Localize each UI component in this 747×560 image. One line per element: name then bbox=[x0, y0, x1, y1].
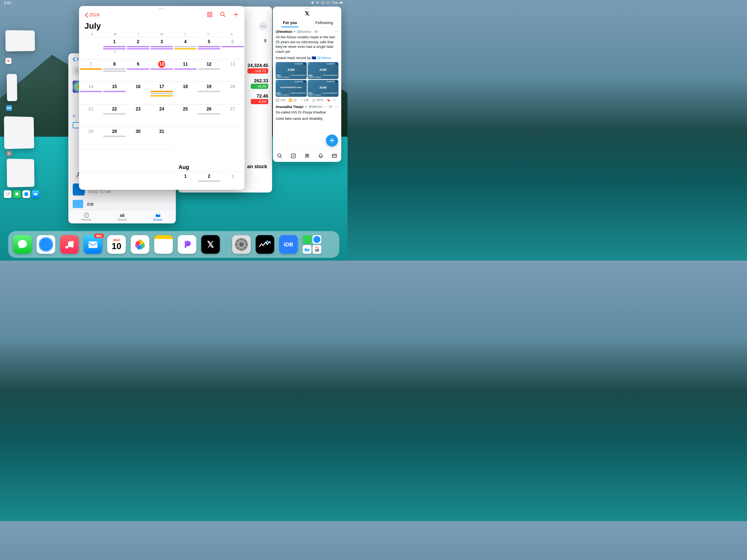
reply-count[interactable]: 💬 228 bbox=[276, 98, 285, 102]
post-author[interactable]: Anuradha Tiwari bbox=[276, 105, 304, 109]
dock-mail[interactable]: 481 bbox=[84, 235, 102, 254]
news-app-icon[interactable]: N bbox=[5, 58, 11, 64]
cal-cell[interactable] bbox=[221, 127, 244, 149]
cal-cell[interactable] bbox=[197, 127, 221, 149]
cal-cell[interactable]: 21 bbox=[79, 104, 103, 127]
compose-button[interactable] bbox=[326, 134, 338, 147]
nav-notifications[interactable] bbox=[314, 150, 328, 162]
add-event-button[interactable] bbox=[233, 11, 239, 19]
cal-cell[interactable]: 1+2 bbox=[103, 37, 126, 59]
bookmark-icon[interactable]: 🔖 bbox=[327, 98, 331, 102]
post-image-grid[interactable]: 1EUROPE 🇪🇺 A350 2013FIRST FLIGHT✓ NO ACC… bbox=[276, 62, 338, 97]
cal-cell[interactable]: 16 bbox=[126, 82, 150, 104]
post-image-4[interactable]: 4EUROPE 🇪🇺 A340 1991FIRST FLIGHT✓ NO ACC… bbox=[308, 80, 339, 97]
dock-settings[interactable] bbox=[232, 235, 251, 254]
cal-cell[interactable]: 7 bbox=[79, 59, 103, 82]
x-post-2[interactable]: Anuradha Tiwari ✔ @talk2an… · 1h ⋯ So-ca… bbox=[276, 105, 338, 121]
view-count[interactable]: ⫿⫿ 997K bbox=[312, 98, 324, 102]
post-image-1[interactable]: 1EUROPE 🇪🇺 A350 2013FIRST FLIGHT✓ NO ACC… bbox=[276, 62, 307, 79]
x-post-1[interactable]: @levelsio ✔ @levelsio · 9h ⋯ All the Air… bbox=[276, 29, 338, 102]
dock-stocks[interactable] bbox=[256, 235, 274, 254]
dock-recent-stack[interactable]: WED 10 bbox=[303, 235, 321, 254]
dock-safari[interactable] bbox=[36, 235, 55, 254]
post-image-3[interactable]: 3EUROPE 🇪🇺 A319/A320/A321 Neo 2010FIRST … bbox=[276, 80, 307, 97]
cal-cell[interactable]: 17 bbox=[150, 82, 173, 104]
messages-mini-icon[interactable] bbox=[13, 190, 21, 198]
cal-cell[interactable] bbox=[79, 37, 103, 59]
like-count[interactable]: ♡ 14K bbox=[300, 98, 309, 102]
nav-communities[interactable] bbox=[300, 150, 314, 162]
twitter-window[interactable]: 𝕏 For you Following @levelsio ✔ @levelsi… bbox=[273, 6, 341, 162]
idb-app-icon-small[interactable]: iDB bbox=[6, 105, 12, 111]
cal-cell[interactable]: 13 bbox=[221, 59, 244, 82]
nav-grok[interactable] bbox=[287, 150, 300, 162]
calendar-window[interactable]: 2024 July S M T W T F S 1+2 2 3 4 5 6 bbox=[79, 6, 244, 190]
cal-cell[interactable]: 15 bbox=[103, 82, 126, 104]
dock-calendar[interactable]: WED 10 bbox=[107, 235, 126, 254]
tab-following[interactable]: Following bbox=[307, 18, 341, 27]
cal-cell[interactable] bbox=[79, 172, 103, 190]
cal-cell[interactable]: 1 bbox=[174, 172, 197, 190]
notes-mini-icon[interactable]: 📝 bbox=[4, 190, 11, 198]
cal-cell[interactable]: 2 bbox=[126, 37, 150, 59]
mail-mini-icon[interactable] bbox=[32, 190, 40, 198]
search-button[interactable] bbox=[220, 11, 226, 19]
cal-cell[interactable]: 20 bbox=[221, 82, 244, 104]
cal-cell[interactable]: 4 bbox=[174, 37, 197, 59]
cal-cell[interactable]: 29 bbox=[103, 127, 126, 149]
x-logo[interactable]: 𝕏 bbox=[273, 9, 341, 18]
view-switch-button[interactable] bbox=[207, 11, 213, 19]
stage-manager-window-3[interactable] bbox=[4, 116, 34, 149]
dock-notes[interactable] bbox=[154, 235, 173, 254]
cal-cell[interactable] bbox=[126, 172, 150, 190]
cal-cell[interactable]: 22 bbox=[103, 104, 126, 127]
window-grabber[interactable] bbox=[273, 6, 341, 9]
window-grabber[interactable] bbox=[79, 6, 244, 10]
share-icon[interactable]: ⤴ bbox=[334, 98, 335, 102]
stage-manager-window-2[interactable] bbox=[6, 74, 17, 101]
nav-messages[interactable] bbox=[328, 150, 341, 162]
stage-manager-window-1[interactable] bbox=[5, 30, 35, 51]
post-more-icon[interactable]: ⋯ bbox=[335, 29, 338, 34]
cal-cell[interactable]: 6 bbox=[221, 37, 244, 59]
cal-cell[interactable]: 28 bbox=[79, 127, 103, 149]
stocks-more-button[interactable]: ⋯ bbox=[259, 22, 267, 30]
cal-cell[interactable]: 8 bbox=[103, 59, 126, 82]
dock-music[interactable] bbox=[60, 235, 79, 254]
cal-cell[interactable]: 26 bbox=[197, 104, 221, 127]
tab-for-you[interactable]: For you bbox=[273, 18, 307, 27]
retweet-count[interactable]: 🔁 1K bbox=[288, 98, 297, 102]
tab-browse[interactable]: Browse bbox=[140, 210, 176, 223]
cal-cell[interactable]: 2 bbox=[197, 172, 221, 190]
files-item-idb[interactable]: iDB bbox=[73, 198, 172, 210]
cal-cell[interactable]: 11 bbox=[174, 59, 197, 82]
cal-cell[interactable]: 5 bbox=[197, 37, 221, 59]
airbus-link[interactable]: @Airbus bbox=[317, 56, 331, 60]
nav-search[interactable] bbox=[273, 150, 287, 162]
cal-cell[interactable]: 3 bbox=[221, 172, 244, 190]
stage-manager-window-4[interactable] bbox=[6, 159, 34, 187]
settings-app-icon-small[interactable] bbox=[6, 151, 12, 157]
post-author[interactable]: @levelsio bbox=[276, 29, 292, 34]
cal-cell[interactable]: 23 bbox=[126, 104, 150, 127]
dock-photos[interactable] bbox=[131, 235, 149, 254]
cal-cell[interactable]: 19 bbox=[197, 82, 221, 104]
post-more-icon[interactable]: ⋯ bbox=[335, 105, 338, 109]
cal-cell[interactable]: 25 bbox=[174, 104, 197, 127]
cal-cell[interactable] bbox=[103, 172, 126, 190]
cal-cell[interactable]: 27 bbox=[221, 104, 244, 127]
dock-messages[interactable] bbox=[13, 235, 32, 254]
cal-cell-today[interactable]: 10 bbox=[150, 59, 173, 82]
tab-shared[interactable]: Shared bbox=[104, 210, 140, 223]
cal-cell[interactable]: 12 bbox=[197, 59, 221, 82]
cal-cell[interactable]: 3 bbox=[150, 37, 173, 59]
mic-icon[interactable] bbox=[263, 38, 268, 44]
cal-cell[interactable]: 31 bbox=[150, 127, 173, 149]
dock-idb[interactable]: iDB bbox=[279, 235, 298, 254]
cal-cell[interactable] bbox=[150, 172, 173, 190]
cal-cell[interactable]: 9 bbox=[126, 59, 150, 82]
cal-cell[interactable]: 14 bbox=[79, 82, 103, 104]
cal-cell[interactable]: 24 bbox=[150, 104, 173, 127]
cal-cell[interactable]: 18 bbox=[174, 82, 197, 104]
cal-cell[interactable] bbox=[174, 127, 197, 149]
